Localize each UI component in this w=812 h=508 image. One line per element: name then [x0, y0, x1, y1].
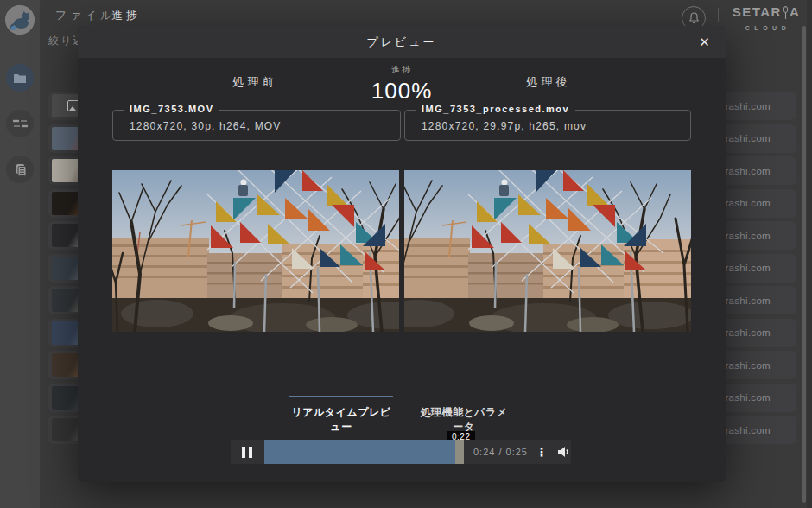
video-frame-after: [404, 170, 691, 332]
vertical-scrollbar[interactable]: [802, 26, 806, 503]
brand-wordmark: SETAR A: [730, 4, 802, 22]
output-file-specs: 1280x720, 29.97p, h265, mov: [422, 120, 587, 132]
output-file-name: IMG_7353_processed.mov: [416, 104, 575, 114]
volume-button[interactable]: [557, 446, 571, 458]
brand-logo: SETAR A CLOUD: [730, 4, 802, 31]
sliders-icon: [13, 118, 28, 129]
brand-text-end: A: [790, 4, 800, 19]
folder-icon: [13, 73, 27, 84]
source-file-box: IMG_7353.MOV 1280x720, 30p, h264, MOV: [112, 110, 401, 141]
close-icon[interactable]: ✕: [695, 32, 714, 52]
sidebar-item-logs[interactable]: [6, 156, 34, 183]
modal-header: プレビュー ✕: [78, 26, 726, 58]
documents-icon: [14, 163, 26, 176]
bell-icon: [688, 12, 700, 24]
preview-modal: プレビュー ✕ 処理前 進捗 100% 処理後 IMG_7353.MOV 128…: [78, 26, 726, 482]
seek-bar-fill: [264, 440, 455, 464]
after-label: 処理後: [462, 74, 635, 90]
source-file-specs: 1280x720, 30p, h264, MOV: [130, 120, 282, 132]
video-preview-after: [404, 170, 691, 332]
source-file-name: IMG_7353.MOV: [124, 104, 219, 114]
seek-bar[interactable]: [264, 440, 464, 464]
right-gutter: [807, 0, 812, 508]
video-preview-before: [112, 170, 399, 332]
tab-realtime-preview[interactable]: リアルタイムプレビュー: [289, 396, 393, 435]
sidebar-item-files[interactable]: [6, 64, 34, 92]
brand-subtitle: CLOUD: [730, 25, 802, 31]
header-divider: [718, 8, 719, 22]
sidebar: [0, 0, 40, 508]
time-display: 0:24 / 0:25: [473, 447, 528, 457]
speaker-icon: [557, 446, 571, 458]
modal-title: プレビュー: [78, 26, 726, 58]
app-root: ファイル 進捗 絞り込み kojarashi.com kojarashi.com…: [0, 0, 812, 508]
sidebar-item-filters[interactable]: [6, 110, 34, 137]
video-player-controls: 0:24 / 0:25 ⋮: [231, 440, 571, 464]
tab-processing-parameters[interactable]: 処理機能とパラメータ: [416, 405, 511, 435]
pause-button[interactable]: [231, 440, 264, 464]
player-menu-icon[interactable]: ⋮: [536, 448, 548, 456]
foxtail-icon: [783, 6, 789, 19]
video-frame-before: [112, 170, 399, 332]
cat-avatar-icon: [5, 5, 35, 35]
brand-text-start: SETAR: [733, 4, 782, 19]
user-avatar[interactable]: [5, 5, 35, 35]
output-file-box: IMG_7353_processed.mov 1280x720, 29.97p,…: [404, 110, 691, 141]
